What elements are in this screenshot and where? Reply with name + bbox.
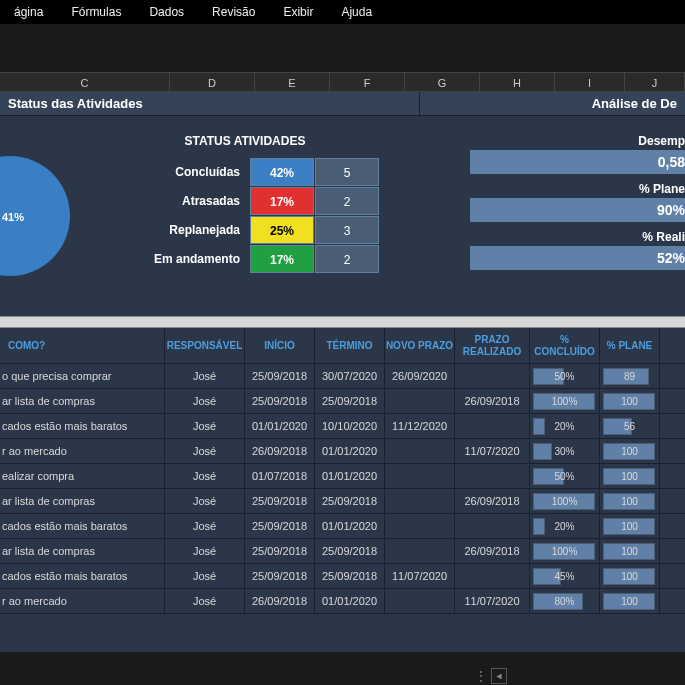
- table-cell: [385, 489, 455, 513]
- table-cell: 26/09/2020: [385, 364, 455, 388]
- table-row[interactable]: ar lista de comprasJosé25/09/201825/09/2…: [0, 489, 685, 514]
- table-body: o que precisa comprarJosé25/09/201830/07…: [0, 364, 685, 614]
- table-header-cell[interactable]: TÉRMINO: [315, 328, 385, 363]
- table-row[interactable]: o que precisa comprarJosé25/09/201830/07…: [0, 364, 685, 389]
- column-headers: CDEFGHIJ: [0, 72, 685, 92]
- table-cell: 50%: [530, 364, 600, 388]
- table-cell: ar lista de compras: [0, 489, 165, 513]
- table-cell: José: [165, 489, 245, 513]
- table-header-cell[interactable]: NOVO PRAZO: [385, 328, 455, 363]
- status-percent: 17%: [250, 187, 314, 215]
- menu-bar: áginaFórmulasDadosRevisãoExibirAjuda: [0, 0, 685, 24]
- column-header-J[interactable]: J: [625, 73, 685, 91]
- table-cell: 01/07/2018: [245, 464, 315, 488]
- status-row: Atrasadas17%2: [70, 187, 420, 215]
- table-cell: 26/09/2018: [455, 539, 530, 563]
- table-cell: José: [165, 564, 245, 588]
- table-row[interactable]: cados estão mais baratosJosé25/09/201825…: [0, 564, 685, 589]
- metric-plane-value: 90%: [470, 198, 685, 222]
- menu-item-ágina[interactable]: ágina: [0, 1, 57, 23]
- menu-item-revisão[interactable]: Revisão: [198, 1, 269, 23]
- menu-item-fórmulas[interactable]: Fórmulas: [57, 1, 135, 23]
- menu-item-dados[interactable]: Dados: [135, 1, 198, 23]
- table-header-cell[interactable]: COMO?: [0, 328, 165, 363]
- table-row[interactable]: ar lista de comprasJosé25/09/201825/09/2…: [0, 539, 685, 564]
- table-cell: [455, 464, 530, 488]
- table-cell: 26/09/2018: [245, 439, 315, 463]
- table-row[interactable]: r ao mercadoJosé26/09/201801/01/202011/0…: [0, 439, 685, 464]
- status-label: Replanejada: [70, 216, 250, 244]
- status-percent: 25%: [250, 216, 314, 244]
- table-cell: cados estão mais baratos: [0, 564, 165, 588]
- table-header-cell[interactable]: % PLANE: [600, 328, 660, 363]
- table-cell: José: [165, 539, 245, 563]
- table-cell: [455, 514, 530, 538]
- column-header-D[interactable]: D: [170, 73, 255, 91]
- table-cell: 25/09/2018: [245, 389, 315, 413]
- table-cell: 100%: [530, 539, 600, 563]
- pie-label: 41%: [2, 211, 24, 223]
- menu-item-exibir[interactable]: Exibir: [269, 1, 327, 23]
- table-row[interactable]: cados estão mais baratosJosé25/09/201801…: [0, 514, 685, 539]
- table-cell: 20%: [530, 514, 600, 538]
- table-cell: 01/01/2020: [315, 514, 385, 538]
- column-header-H[interactable]: H: [480, 73, 555, 91]
- status-bar: ⋮ ◄: [0, 667, 685, 685]
- table-row[interactable]: ar lista de comprasJosé25/09/201825/09/2…: [0, 389, 685, 414]
- table-cell: 26/09/2018: [245, 589, 315, 613]
- scroll-left-button[interactable]: ◄: [491, 668, 507, 684]
- table-cell: cados estão mais baratos: [0, 414, 165, 438]
- table-row[interactable]: r ao mercadoJosé26/09/201801/01/202011/0…: [0, 589, 685, 614]
- table-cell: [385, 464, 455, 488]
- column-header-I[interactable]: I: [555, 73, 625, 91]
- column-header-C[interactable]: C: [0, 73, 170, 91]
- table-cell: 25/09/2018: [315, 389, 385, 413]
- table-cell: 100: [600, 489, 660, 513]
- status-count: 3: [315, 216, 379, 244]
- status-label: Atrasadas: [70, 187, 250, 215]
- table-cell: 25/09/2018: [315, 489, 385, 513]
- title-status: Status das Atividades: [0, 92, 420, 115]
- table-header-cell[interactable]: % CONCLUÍDO: [530, 328, 600, 363]
- table-cell: [455, 414, 530, 438]
- table-cell: [385, 514, 455, 538]
- status-label: Concluídas: [70, 158, 250, 186]
- table-cell: 11/07/2020: [455, 439, 530, 463]
- status-title: STATUS ATIVIDADES: [70, 134, 420, 158]
- table-cell: [455, 564, 530, 588]
- table-cell: 01/01/2020: [315, 589, 385, 613]
- dashboard-top: 41% STATUS ATIVIDADES Concluídas42%5Atra…: [0, 116, 685, 316]
- spreadsheet-area: Status das Atividades Análise de De 41% …: [0, 92, 685, 652]
- table-cell: 10/10/2020: [315, 414, 385, 438]
- column-header-E[interactable]: E: [255, 73, 330, 91]
- menu-item-ajuda[interactable]: Ajuda: [327, 1, 386, 23]
- table-cell: 100%: [530, 389, 600, 413]
- table-cell: José: [165, 414, 245, 438]
- metric-reali-value: 52%: [470, 246, 685, 270]
- table-row[interactable]: cados estão mais baratosJosé01/01/202010…: [0, 414, 685, 439]
- sheet-grip-icon[interactable]: ⋮: [475, 669, 487, 683]
- column-header-F[interactable]: F: [330, 73, 405, 91]
- status-table: STATUS ATIVIDADES Concluídas42%5Atrasada…: [70, 116, 420, 316]
- table-cell: 89: [600, 364, 660, 388]
- table-header-cell[interactable]: RESPONSÁVEL: [165, 328, 245, 363]
- column-header-G[interactable]: G: [405, 73, 480, 91]
- table-cell: 20%: [530, 414, 600, 438]
- table-cell: [385, 539, 455, 563]
- table-header-cell[interactable]: INÍCIO: [245, 328, 315, 363]
- table-cell: 01/01/2020: [245, 414, 315, 438]
- table-cell: José: [165, 464, 245, 488]
- table-row[interactable]: ealizar compraJosé01/07/201801/01/202050…: [0, 464, 685, 489]
- status-row: Replanejada25%3: [70, 216, 420, 244]
- table-cell: ar lista de compras: [0, 539, 165, 563]
- table-cell: 26/09/2018: [455, 389, 530, 413]
- table-cell: 56: [600, 414, 660, 438]
- status-count: 2: [315, 245, 379, 273]
- table-cell: ealizar compra: [0, 464, 165, 488]
- table-cell: 01/01/2020: [315, 439, 385, 463]
- table-cell: o que precisa comprar: [0, 364, 165, 388]
- table-cell: José: [165, 589, 245, 613]
- table-cell: 45%: [530, 564, 600, 588]
- table-header-cell[interactable]: PRAZO REALIZADO: [455, 328, 530, 363]
- metrics-panel: Desemp 0,58 % Plane 90% % Reali 52%: [420, 116, 685, 316]
